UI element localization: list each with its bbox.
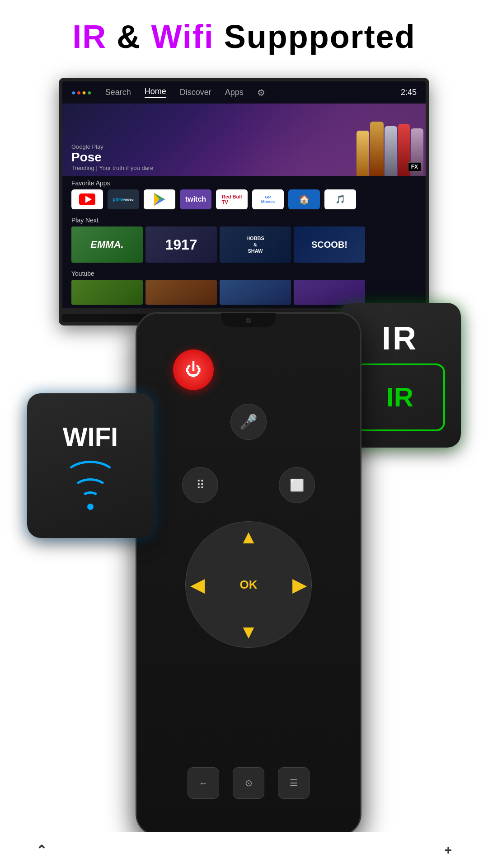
movie-1917[interactable]: 1917: [145, 226, 217, 263]
app-music[interactable]: 🎵: [324, 189, 356, 209]
tv-movies-row: EMMA. 1917 HOBBS&SHAW SCOOB!: [62, 226, 426, 266]
app-smart-home[interactable]: 🏠: [288, 189, 320, 209]
tv-settings-icon[interactable]: ⚙: [257, 87, 265, 98]
wifi-text: Wifi: [151, 19, 214, 55]
tv-fav-apps-title: Favorite Apps: [62, 176, 426, 189]
dpad-left[interactable]: ◀: [190, 574, 205, 596]
tv-nav-discover[interactable]: Discover: [180, 88, 211, 97]
yt-thumb-4[interactable]: [294, 280, 365, 305]
ir-badge-top-text: IR: [382, 320, 418, 357]
movie-scoob[interactable]: SCOOB!: [294, 226, 365, 263]
tv-hero-subtitle: Trending | Your truth if you dare: [71, 165, 153, 171]
btn-back[interactable]: ←: [188, 767, 219, 799]
wifi-dot: [87, 504, 94, 510]
yt-thumb-1[interactable]: [71, 280, 143, 305]
tv-nav-search[interactable]: Search: [105, 88, 131, 97]
grid-icon: ⠿: [196, 478, 205, 492]
app-youtube[interactable]: [71, 189, 103, 209]
supported-text: Suppported: [214, 19, 416, 55]
wifi-badge-text: WIFI: [63, 421, 118, 452]
mic-icon: 🎤: [239, 413, 258, 430]
btn-menu[interactable]: ☰: [278, 767, 310, 799]
ir-badge-inner: IR: [355, 363, 445, 431]
yt-thumb-3[interactable]: [220, 280, 291, 305]
app-prime[interactable]: primevideo: [108, 189, 139, 209]
tv-hero-store: Google Play: [71, 143, 153, 150]
phone-camera: [246, 318, 251, 323]
bottom-buttons: ← ⊙ ☰: [188, 767, 310, 799]
tv-screen: ●●●● Search Home Discover Apps ⚙ 2:45: [59, 78, 429, 326]
wifi-arc-small: [81, 491, 99, 504]
screen-button[interactable]: ⬜: [279, 467, 315, 503]
dpad-ok[interactable]: OK: [240, 578, 258, 592]
dpad: ▲ ▼ ◀ ▶ OK: [185, 521, 312, 648]
wifi-symbol: [63, 461, 117, 510]
main-title: IR & Wifi Suppported: [27, 18, 461, 55]
dpad-up[interactable]: ▲: [239, 526, 258, 548]
google-logo: ●●●●: [71, 89, 92, 97]
yt-thumb-2[interactable]: [145, 280, 217, 305]
header: IR & Wifi Suppported: [0, 0, 488, 64]
wifi-badge: WIFI: [27, 393, 154, 538]
nav-add-button[interactable]: +: [445, 843, 452, 858]
screen-icon: ⬜: [290, 478, 304, 492]
mic-button[interactable]: 🎤: [230, 404, 267, 440]
tv-apps-row: primevideo twitch Red BullTV GPMovies 🏠 …: [62, 189, 426, 213]
bottom-nav: ⌃ +: [0, 832, 488, 868]
tv-nav-home[interactable]: Home: [145, 87, 166, 98]
remote-phone: ⏻ 🎤 ⠿ ⬜ ▲ ▼ ◀ ▶ OK ← ⊙ ☰: [136, 312, 361, 836]
ir-badge-inner-text: IR: [386, 382, 413, 413]
btn-home[interactable]: ⊙: [233, 767, 264, 799]
tv-hero: Google Play Pose Trending | Your truth i…: [62, 104, 426, 176]
movie-hobbs-shaw[interactable]: HOBBS&SHAW: [220, 226, 291, 263]
grid-button[interactable]: ⠿: [182, 467, 218, 503]
tv-nav-apps[interactable]: Apps: [225, 88, 244, 97]
dpad-right[interactable]: ▶: [292, 574, 307, 596]
app-google-play[interactable]: [144, 189, 175, 209]
tv-hero-title: Pose: [71, 150, 153, 165]
app-google-play-movies[interactable]: GPMovies: [252, 189, 284, 209]
app-twitch[interactable]: twitch: [180, 189, 211, 209]
dpad-down[interactable]: ▼: [239, 621, 258, 643]
dpad-circle: ▲ ▼ ◀ ▶ OK: [185, 521, 312, 648]
tv-fx-badge: FX: [408, 162, 421, 171]
app-redbull[interactable]: Red BullTV: [216, 189, 248, 209]
power-icon: ⏻: [185, 360, 202, 379]
ir-text: IR: [72, 19, 107, 55]
tv-youtube-title: Youtube: [62, 266, 426, 280]
tv-play-next-title: Play Next: [62, 213, 426, 226]
movie-emma[interactable]: EMMA.: [71, 226, 143, 263]
tv-nav-bar: ●●●● Search Home Discover Apps ⚙ 2:45: [62, 81, 426, 104]
tv-time: 2:45: [401, 88, 417, 97]
and-text: &: [107, 19, 151, 55]
nav-back-button[interactable]: ⌃: [36, 843, 47, 858]
power-button[interactable]: ⏻: [173, 349, 214, 390]
